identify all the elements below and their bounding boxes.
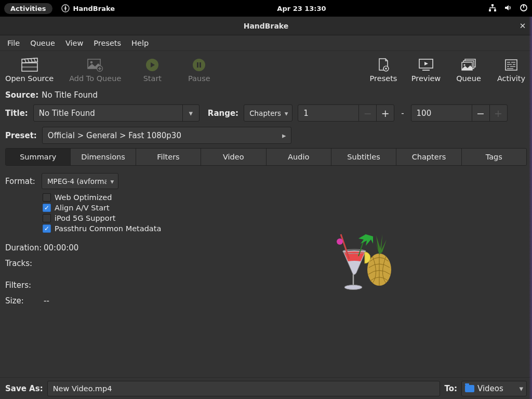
chevron-down-icon: ▾ [281,109,292,117]
activities-button[interactable]: Activities [4,3,52,14]
ipod-label: iPod 5G Support [55,214,115,222]
chevron-down-icon: ▾ [519,384,523,393]
preview-placeholder [197,173,527,305]
range-end-value: 100 [411,109,472,118]
start-label: Start [143,74,162,83]
svg-point-14 [90,61,93,63]
tab-chapters[interactable]: Chapters [396,149,461,165]
destination-dropdown[interactable]: Videos ▾ [461,381,527,396]
svg-point-39 [344,285,362,290]
menu-file[interactable]: File [2,37,25,49]
range-label: Range: [208,109,238,118]
app-menu[interactable]: HandBrake [61,4,115,13]
menu-help[interactable]: Help [126,37,154,49]
start-button: Start [137,57,168,83]
format-label: Format: [5,177,35,186]
film-clapper-icon [21,57,38,73]
preset-label: Preset: [5,131,37,140]
web-optimized-label: Web Optimized [55,193,112,202]
range-start-spinbox[interactable]: 1 − + [298,104,394,122]
queue-label: Queue [456,74,481,83]
toolbar: Open Source Add To Queue Start Pause P [0,51,532,86]
panel-clock[interactable]: Apr 23 13:30 [277,5,326,12]
document-settings-icon [376,57,391,73]
chevron-down-icon: ▾ [182,105,199,121]
tab-video[interactable]: Video [201,149,266,165]
preset-dropdown-value: Official > General > Fast 1080p30 [43,131,277,140]
svg-rect-1 [491,4,494,6]
monitor-play-icon [418,57,434,73]
tab-subtitles[interactable]: Subtitles [331,149,396,165]
folder-icon [465,385,474,392]
align-av-label: Align A/V Start [55,204,110,212]
range-end-increment: + [489,105,507,121]
passthru-checkbox[interactable] [43,224,51,233]
pause-icon [192,57,206,73]
range-start-value: 1 [298,109,358,118]
queue-button[interactable]: Queue [453,57,484,83]
range-mode-dropdown[interactable]: Chapters: ▾ [244,104,292,122]
range-start-increment[interactable]: + [376,105,394,121]
format-dropdown[interactable]: MPEG-4 (avformat) ▾ [42,173,118,189]
handbrake-app-icon [61,4,70,13]
menu-view[interactable]: View [60,37,88,49]
window-close-button[interactable]: ✕ [517,21,528,31]
summary-pane: Format: MPEG-4 (avformat) ▾ Web Optimize… [0,166,532,305]
size-label: Size: [5,296,38,305]
window-titlebar: HandBrake ✕ [0,17,532,35]
range-dash: - [400,109,405,118]
image-stack-icon [461,57,476,73]
add-to-queue-label: Add To Queue [69,74,121,83]
open-source-label: Open Source [5,74,54,83]
add-to-queue-button: Add To Queue [69,57,121,83]
title-label: Title: [5,109,28,118]
chevron-down-icon: ▾ [107,177,118,185]
tab-audio[interactable]: Audio [267,149,331,165]
save-as-input[interactable] [47,381,441,396]
format-value: MPEG-4 (avformat) [42,177,107,185]
duration-value: 00:00:00 [44,243,78,252]
web-optimized-checkbox[interactable] [43,193,51,202]
filters-label: Filters: [5,281,38,290]
window-right-edge-highlight [529,17,532,399]
save-row: Save As: To: Videos ▾ [0,377,532,399]
range-end-decrement[interactable]: − [472,105,489,121]
presets-button[interactable]: Presets [368,57,399,83]
to-label: To: [444,384,457,393]
source-value: No Title Found [42,90,98,100]
activity-button[interactable]: Activity [496,57,527,83]
open-source-button[interactable]: Open Source [5,57,54,83]
preset-dropdown[interactable]: Official > General > Fast 1080p30 ▸ [42,127,291,144]
source-label: Source: [5,90,38,100]
menu-presets[interactable]: Presets [88,37,126,49]
tab-tags[interactable]: Tags [462,149,526,165]
triangle-right-icon: ▸ [277,127,291,143]
volume-icon[interactable] [504,4,512,14]
svg-point-27 [463,64,465,65]
tab-dimensions[interactable]: Dimensions [71,149,136,165]
tab-summary[interactable]: Summary [6,149,71,165]
svg-rect-18 [197,62,198,68]
network-icon[interactable] [488,4,497,14]
power-icon[interactable] [520,4,528,14]
pause-label: Pause [188,74,210,83]
preview-button[interactable]: Preview [410,57,442,83]
image-plus-icon [87,57,103,73]
ipod-checkbox[interactable] [43,214,51,222]
title-dropdown[interactable]: No Title Found ▾ [33,104,200,122]
title-dropdown-value: No Title Found [34,109,182,118]
presets-label: Presets [370,74,397,83]
svg-rect-19 [200,62,201,68]
range-end-spinbox[interactable]: 100 − + [411,104,508,122]
activity-log-icon [504,57,518,73]
align-av-checkbox[interactable] [43,204,51,212]
menu-queue[interactable]: Queue [25,37,60,49]
preview-label: Preview [411,74,441,83]
tab-filters[interactable]: Filters [136,149,201,165]
play-icon [145,57,159,73]
svg-point-42 [337,238,343,245]
range-start-decrement: − [358,105,376,121]
window-title: HandBrake [244,22,289,30]
svg-rect-3 [494,9,496,11]
destination-value: Videos [477,384,516,393]
